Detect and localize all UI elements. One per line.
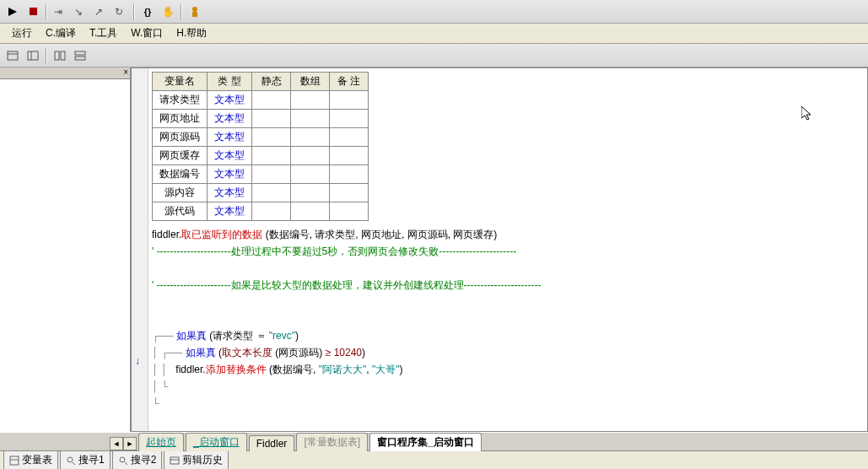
table-row[interactable]: 请求类型文本型 <box>153 91 369 110</box>
variable-table: 变量名 类 型 静态 数组 备 注 请求类型文本型 网页地址文本型 网页源码文本… <box>152 72 369 221</box>
tab-scroll-right[interactable]: ► <box>123 437 137 450</box>
bottom-search1[interactable]: 搜寻1 <box>60 450 111 469</box>
toolbar-view <box>0 44 868 67</box>
menu-window[interactable]: W.窗口 <box>124 24 170 43</box>
menu-tools[interactable]: T.工具 <box>83 24 124 43</box>
svg-text:↻: ↻ <box>115 7 123 17</box>
editor-tabs: ◄ ► 起始页 _启动窗口 Fiddler [常量数据表] 窗口程序集_启动窗口 <box>0 432 868 450</box>
table-row[interactable]: 网页缓存文本型 <box>153 147 369 165</box>
bottom-history[interactable]: 剪辑历史 <box>164 450 229 469</box>
step-out-icon[interactable]: ↗ <box>91 3 110 21</box>
svg-rect-16 <box>10 456 19 465</box>
code-line: │ │ fiddler.添加替换条件 (数据编号, "阿诺大大", "大哥") <box>152 361 859 378</box>
menu-help[interactable]: H.帮助 <box>170 24 213 43</box>
svg-rect-8 <box>8 51 18 60</box>
code-blank <box>152 294 859 310</box>
code-line: fiddler.取已监听到的数据 (数据编号, 请求类型, 网页地址, 网页源码… <box>152 226 859 243</box>
code-line: └ <box>152 395 859 412</box>
svg-rect-1 <box>30 8 37 15</box>
step-icon[interactable]: ↻ <box>111 3 130 21</box>
svg-text:⇥: ⇥ <box>54 7 62 17</box>
svg-text:↘: ↘ <box>74 7 83 17</box>
bottom-vartable[interactable]: 变量表 <box>3 450 58 469</box>
view-icon-4[interactable] <box>71 46 89 65</box>
gutter-arrow-icon: ↓ <box>135 355 140 367</box>
tab-start[interactable]: 起始页 <box>138 433 184 451</box>
table-row[interactable]: 数据编号文本型 <box>153 165 369 184</box>
code-editor[interactable]: ↓ 变量名 类 型 静态 数组 备 注 请求类型文本型 网页地址文本型 网页源码… <box>131 67 868 432</box>
bottom-search2[interactable]: 搜寻2 <box>112 450 163 469</box>
menu-compile[interactable]: C.编译 <box>39 24 83 43</box>
close-icon[interactable]: × <box>123 67 128 78</box>
code-comment: ' ----------------------如果是比较大型的数据处理，建议并… <box>152 277 859 294</box>
side-panel-body <box>0 79 130 432</box>
svg-line-19 <box>73 462 75 465</box>
side-panel: × <box>0 67 131 432</box>
step-into-icon[interactable]: ↘ <box>71 3 89 21</box>
tab-scroll-left[interactable]: ◄ <box>110 437 123 450</box>
debug-person-icon[interactable] <box>186 3 204 21</box>
svg-text:↗: ↗ <box>94 7 103 17</box>
svg-rect-15 <box>75 57 85 60</box>
code-line: │ └ <box>152 378 859 395</box>
th-note: 备 注 <box>330 73 369 91</box>
svg-rect-12 <box>55 51 59 60</box>
stop-button[interactable] <box>24 3 42 21</box>
th-array: 数组 <box>291 73 330 91</box>
code-blank <box>152 260 859 277</box>
tab-fiddler[interactable]: Fiddler <box>249 435 295 451</box>
svg-rect-10 <box>28 51 38 60</box>
code-line: ┌── 如果真 (请求类型 ＝ "revc") <box>152 327 859 344</box>
code-line: │ ┌── 如果真 (取文本长度 (网页源码) ≥ 10240) <box>152 344 859 361</box>
code-blank <box>152 310 859 327</box>
th-static: 静态 <box>252 73 291 91</box>
braces-icon[interactable]: {} <box>138 3 157 21</box>
svg-rect-13 <box>61 51 65 60</box>
view-icon-1[interactable] <box>3 46 22 65</box>
hand-icon[interactable]: ✋ <box>159 3 177 21</box>
table-row[interactable]: 源代码文本型 <box>153 202 369 221</box>
editor-gutter: ↓ <box>132 68 148 431</box>
step-over-icon[interactable]: ⇥ <box>51 3 69 21</box>
view-icon-2[interactable] <box>24 46 42 65</box>
code-comment: ' ----------------------处理过程中不要超过5秒，否则网页… <box>152 243 859 260</box>
run-button[interactable] <box>3 3 22 21</box>
table-row[interactable]: 网页源码文本型 <box>153 128 369 147</box>
tab-const[interactable]: [常量数据表] <box>296 433 368 451</box>
svg-point-6 <box>192 7 197 12</box>
menubar: 运行 C.编译 T.工具 W.窗口 H.帮助 <box>0 24 868 44</box>
bottom-bar: 变量表 搜寻1 搜寻2 剪辑历史 <box>0 450 868 469</box>
svg-marker-0 <box>8 8 17 16</box>
svg-rect-22 <box>170 457 179 464</box>
svg-rect-7 <box>192 12 197 17</box>
svg-rect-14 <box>75 51 85 55</box>
svg-point-18 <box>67 457 73 462</box>
svg-line-21 <box>125 462 127 465</box>
toolbar-run: ⇥ ↘ ↗ ↻ {} ✋ <box>0 0 868 24</box>
tab-program[interactable]: 窗口程序集_启动窗口 <box>369 433 482 451</box>
svg-point-20 <box>120 457 125 462</box>
th-name: 变量名 <box>153 73 208 91</box>
menu-run[interactable]: 运行 <box>5 24 39 43</box>
th-type: 类 型 <box>208 73 252 91</box>
view-icon-3[interactable] <box>51 46 69 65</box>
table-row[interactable]: 源内容文本型 <box>153 184 369 202</box>
tab-window[interactable]: _启动窗口 <box>186 433 247 451</box>
table-row[interactable]: 网页地址文本型 <box>153 110 369 128</box>
